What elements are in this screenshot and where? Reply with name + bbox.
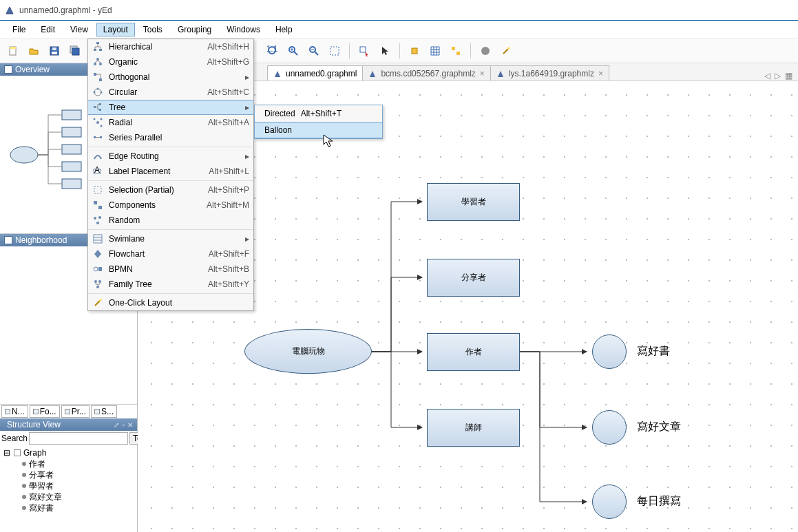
tree-node[interactable]: 分享者 (3, 469, 134, 480)
layout-radial[interactable]: RadialAlt+Shift+A (88, 115, 253, 130)
graph-node-box4[interactable]: 講師 (427, 409, 520, 447)
menu-file[interactable]: File (6, 23, 32, 36)
menu-layout[interactable]: Layout (96, 23, 135, 36)
menu-edit[interactable]: Edit (34, 23, 62, 36)
close-icon[interactable]: × (480, 69, 485, 78)
save-all-button[interactable] (66, 42, 84, 60)
layout-oneclick[interactable]: One-Click Layout (88, 295, 253, 310)
graph-node-leaf2[interactable] (592, 410, 627, 445)
layout-bpmn[interactable]: BPMNAlt+Shift+B (88, 262, 253, 277)
zoom-out-button[interactable] (305, 42, 323, 60)
tree-node[interactable]: 寫好書 (3, 502, 134, 513)
props-tab-fo[interactable]: Fo... (30, 405, 60, 418)
close-icon[interactable]: ✕ (127, 421, 133, 429)
layout-icon (92, 184, 103, 195)
menu-view[interactable]: View (63, 23, 95, 36)
window-title: unnamed0.graphml - yEd (19, 6, 112, 15)
replay-button[interactable] (476, 42, 494, 60)
layout-hierarchical[interactable]: HierarchicalAlt+Shift+H (88, 39, 253, 54)
layout-tree[interactable]: Tree▸ (88, 100, 253, 115)
zoom-area-button[interactable] (326, 42, 344, 60)
svg-point-40 (94, 118, 96, 120)
graph-node-leaf2-label: 寫好文章 (637, 420, 681, 434)
props-tab-node[interactable]: N... (1, 405, 28, 418)
panel-icon (4, 65, 12, 74)
menu-sep (88, 180, 253, 181)
graph-node-box1[interactable]: 學習者 (427, 183, 520, 221)
doc-tab[interactable]: bcms.cd052567.graphmlz× (362, 65, 490, 81)
layout-icon (92, 56, 103, 67)
structure-panel-title[interactable]: Structure View ⤢▫✕ (0, 418, 137, 431)
new-doc-button[interactable] (4, 42, 22, 60)
wand-button[interactable] (497, 42, 515, 60)
layout-series-parallel[interactable]: Series Parallel (88, 130, 253, 145)
graph-node-box2[interactable]: 分享者 (427, 259, 520, 297)
layout-components[interactable]: ComponentsAlt+Shift+M (88, 198, 253, 213)
menu-help[interactable]: Help (269, 23, 300, 36)
pointer-mode-button[interactable] (376, 42, 394, 60)
save-button[interactable] (45, 42, 63, 60)
close-icon[interactable]: × (598, 69, 603, 78)
layout-family-tree[interactable]: Family TreeAlt+Shift+Y (88, 277, 253, 292)
search-input[interactable] (29, 432, 128, 445)
tree-submenu: DirectedAlt+Shift+T Balloon (254, 105, 383, 139)
layout-circular[interactable]: CircularAlt+Shift+C (88, 85, 253, 100)
layout-flowchart[interactable]: FlowchartAlt+Shift+F (88, 246, 253, 262)
svg-point-34 (101, 92, 103, 94)
tab-prev-icon[interactable]: ◁ (764, 71, 770, 81)
structure-tree[interactable]: ⊟Graph 作者 分享者 學習者 寫好文章 寫好書 (0, 446, 137, 515)
props-tab-s[interactable]: S... (91, 405, 117, 418)
svg-point-28 (94, 63, 96, 65)
graph-node-leaf1-label: 寫好書 (637, 344, 670, 359)
menu-sep (88, 229, 253, 230)
menu-windows[interactable]: Windows (220, 23, 267, 36)
grid-button[interactable] (426, 42, 444, 60)
layout-orthogonal[interactable]: Orthogonal▸ (88, 70, 253, 85)
tab-next-icon[interactable]: ▷ (775, 71, 781, 81)
doc-tab-active[interactable]: unnamed0.graphml (267, 65, 363, 81)
minimize-icon[interactable]: ▫ (122, 421, 125, 429)
tree-node[interactable]: 學習者 (3, 480, 134, 491)
snap-button[interactable] (406, 42, 423, 60)
tree-root[interactable]: ⊟Graph (3, 447, 134, 458)
graph-node-leaf3[interactable] (592, 485, 627, 519)
select-mode-button[interactable] (355, 42, 373, 60)
tree-balloon[interactable]: Balloon (255, 122, 382, 138)
svg-point-41 (101, 118, 103, 120)
svg-point-42 (101, 125, 103, 127)
svg-rect-44 (100, 136, 102, 138)
menu-tools[interactable]: Tools (136, 23, 169, 36)
fit-zoom-button[interactable]: 1:1 (264, 42, 282, 60)
pin-icon[interactable]: ⤢ (114, 421, 119, 429)
tab-list-icon[interactable]: ▦ (785, 71, 792, 81)
layout-selection-partial[interactable]: Selection (Partial)Alt+Shift+P (88, 182, 253, 198)
tree-directed[interactable]: DirectedAlt+Shift+T (255, 105, 382, 122)
orthogonal-button[interactable] (447, 42, 465, 60)
svg-point-60 (96, 286, 99, 288)
graph-node-leaf3-label: 每日撰寫 (637, 494, 681, 509)
layout-swimlane[interactable]: Swimlane▸ (88, 231, 253, 246)
graph-node-box3[interactable]: 作者 (427, 333, 520, 371)
zoom-in-button[interactable] (284, 42, 302, 60)
svg-rect-17 (360, 47, 366, 52)
doc-tab[interactable]: lys.1a664919.graphmlz× (490, 65, 609, 81)
svg-rect-74 (62, 162, 81, 171)
props-tab-pr[interactable]: Pr... (61, 405, 90, 418)
svg-rect-47 (94, 187, 101, 193)
properties-tabs: N... Fo... Pr... S... (0, 405, 137, 418)
layout-label-placement[interactable]: ALabel PlacementAlt+Shift+L (88, 164, 253, 179)
chevron-right-icon: ▸ (242, 72, 249, 82)
label-icon: A (92, 166, 103, 177)
layout-edge-routing[interactable]: Edge Routing▸ (88, 149, 253, 164)
svg-rect-75 (62, 179, 81, 189)
layout-icon (92, 72, 103, 83)
open-button[interactable] (25, 42, 43, 60)
graph-node-leaf1[interactable] (592, 334, 627, 369)
search-label: Search (1, 434, 28, 443)
layout-organic[interactable]: OrganicAlt+Shift+G (88, 54, 253, 70)
menu-grouping[interactable]: Grouping (171, 23, 218, 36)
graph-node-root[interactable]: 電腦玩物 (244, 329, 372, 374)
tree-node[interactable]: 寫好文章 (3, 491, 134, 502)
layout-random[interactable]: Random (88, 213, 253, 228)
tree-node[interactable]: 作者 (3, 458, 134, 469)
